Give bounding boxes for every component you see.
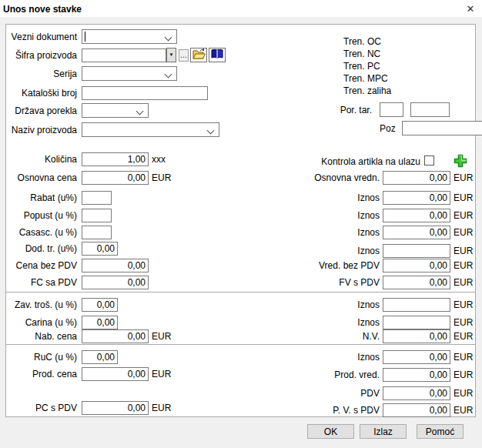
currency-label: EUR [454, 331, 473, 342]
sifra-proizvoda-input[interactable] [82, 48, 166, 62]
tren-nc-label: Tren. NC [343, 48, 380, 59]
izlaz-button[interactable]: Izlaz [360, 424, 407, 439]
dialog-title: Unos nove stavke [3, 4, 82, 15]
field-dod-tr: Dod. tr. (u%) [8, 241, 118, 256]
close-icon[interactable]: ✕ [462, 2, 479, 16]
por-tar-input-2[interactable] [410, 102, 450, 117]
currency-label: EUR [152, 172, 171, 183]
sifra-browse-button[interactable]: … [179, 49, 189, 62]
vezni-dokument-combobox[interactable] [82, 29, 177, 44]
currency-label: EUR [454, 227, 473, 238]
dialog-unos-nove-stavke: Unos nove stavke ✕ Vezni dokument Šifra … [0, 0, 482, 448]
currency-label: EUR [454, 405, 473, 416]
field-iznos-carina: Iznos EUR [262, 315, 473, 329]
nv-input[interactable] [383, 329, 450, 343]
casasc-input[interactable] [82, 226, 112, 239]
cena-bez-pdv-input[interactable] [82, 259, 149, 272]
por-tar-input-1[interactable] [380, 102, 403, 117]
fv-s-pdv-label: FV s PDV [262, 277, 380, 288]
poz-label: Poz [380, 123, 396, 134]
prod-vred-input[interactable] [383, 368, 450, 382]
dod-tr-label: Dod. tr. (u%) [8, 243, 77, 254]
chevron-down-icon [165, 71, 172, 79]
kontrola-label: Kontrola artikla na ulazu [262, 156, 420, 167]
field-iznos-dod-tr: Iznos EUR [262, 243, 473, 258]
rabat-input[interactable] [82, 191, 112, 205]
iznos-popust-input[interactable] [383, 209, 450, 222]
catalog-book-button[interactable] [209, 48, 226, 62]
currency-label: EUR [454, 369, 473, 380]
sifra-dropdown-button[interactable]: ▼ [166, 48, 176, 62]
kolicina-input[interactable] [82, 152, 149, 166]
currency-label: EUR [152, 403, 171, 413]
add-article-plus-icon[interactable] [454, 154, 467, 168]
iznos-rabat-input[interactable] [383, 191, 450, 205]
pc-s-pdv-input[interactable] [82, 401, 149, 415]
osnovna-cena-input[interactable] [82, 171, 149, 185]
drzava-porekla-combobox[interactable] [82, 103, 149, 118]
popust-input[interactable] [82, 209, 112, 222]
ruc-label: RuC (u %) [8, 352, 77, 363]
field-nab-cena: Nab. cena EUR [8, 329, 171, 343]
tren-zaliha-label: Tren. zaliha [343, 85, 391, 96]
field-prod-vred: Prod. vred. EUR [262, 367, 473, 382]
tren-oc-label: Tren. OC [343, 36, 381, 47]
pomoc-button[interactable]: Pomoć [417, 424, 464, 439]
prod-vred-label: Prod. vred. [262, 369, 380, 380]
dod-tr-input[interactable] [82, 242, 118, 256]
pv-s-pdv-input[interactable] [383, 403, 450, 417]
ok-button[interactable]: OK [307, 424, 354, 439]
field-carina: Carina (u %) [8, 315, 118, 329]
nab-cena-input[interactable] [82, 329, 149, 343]
iznos-casasc-input[interactable] [383, 226, 450, 239]
field-iznos-ruc: Iznos EUR [262, 349, 473, 364]
currency-label: EUR [152, 369, 171, 379]
text-caret [85, 32, 85, 42]
field-iznos-rabat: Iznos EUR [262, 190, 473, 205]
field-drzava-porekla: Država porekla [8, 103, 149, 118]
title-bar: Unos nove stavke ✕ [0, 0, 482, 17]
field-pdv: PDV EUR [262, 386, 473, 400]
currency-label: EUR [454, 277, 473, 288]
field-naziv-proizvoda: Naziv proizvoda [8, 122, 219, 137]
prod-cena-input[interactable] [82, 367, 149, 381]
iznos-label: Iznos [262, 210, 380, 221]
section-divider-1 [5, 292, 476, 293]
field-ruc: RuC (u %) [8, 349, 118, 364]
poz-input[interactable] [402, 121, 482, 135]
iznos-label: Iznos [262, 317, 380, 328]
field-fc-sa-pdv: FC sa PDV [8, 275, 149, 289]
serija-combobox[interactable] [82, 66, 177, 81]
zav-tros-input[interactable] [82, 298, 118, 312]
kataloski-broj-input[interactable] [82, 86, 208, 100]
field-iznos-zav-tros: Iznos EUR [262, 297, 473, 312]
fc-sa-pdv-input[interactable] [82, 276, 149, 289]
ruc-input[interactable] [82, 350, 118, 364]
field-serija: Serija [8, 66, 177, 81]
pdv-input[interactable] [383, 386, 450, 400]
naziv-proizvoda-combobox[interactable] [82, 122, 219, 137]
popust-label: Popust (u %) [8, 210, 77, 221]
kontrola-checkbox[interactable] [424, 155, 434, 165]
fv-s-pdv-input[interactable] [383, 276, 450, 289]
iznos-ruc-input[interactable] [383, 350, 450, 364]
open-folder-icon [192, 48, 206, 62]
field-popust: Popust (u %) [8, 208, 112, 222]
pv-s-pdv-label: P. V. s PDV [262, 405, 380, 416]
osnovna-cena-label: Osnovna cena [8, 172, 77, 183]
currency-label: EUR [454, 260, 473, 271]
vred-bez-pdv-input[interactable] [383, 259, 450, 272]
osnovna-vredn-input[interactable] [383, 171, 450, 185]
carina-input[interactable] [82, 316, 118, 329]
iznos-carina-input[interactable] [383, 316, 450, 329]
currency-label: EUR [454, 352, 473, 363]
cena-bez-pdv-label: Cena bez PDV [8, 260, 77, 271]
field-osnovna-vredn: Osnovna vredn. EUR [262, 170, 473, 185]
prod-cena-label: Prod. cena [8, 369, 77, 379]
naziv-proizvoda-label: Naziv proizvoda [8, 125, 77, 135]
casasc-label: Casasc. (u %) [8, 227, 77, 238]
iznos-zav-tros-input[interactable] [383, 298, 450, 312]
iznos-label: Iznos [262, 246, 380, 256]
open-folder-button[interactable] [190, 48, 207, 62]
iznos-dod-tr-input[interactable] [383, 244, 450, 258]
